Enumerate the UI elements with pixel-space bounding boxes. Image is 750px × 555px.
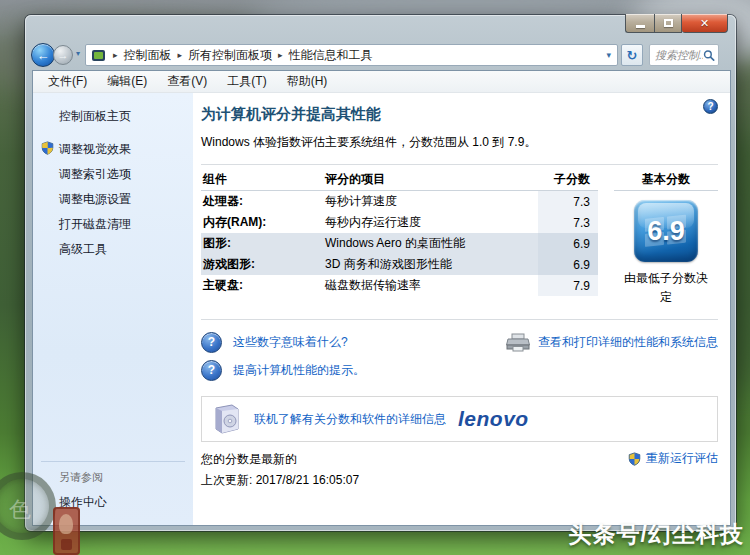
- online-info-panel: 联机了解有关分数和软件的详细信息 lenovo: [201, 396, 718, 442]
- main-content: ? 为计算机评分并提高其性能 Windows 体验指数评估主要系统组件，分数范围…: [193, 93, 730, 525]
- rated-item: 磁盘数据传输速率: [325, 275, 538, 296]
- menu-view[interactable]: 查看(V): [157, 70, 217, 93]
- sidebar-item-adjust-power-settings[interactable]: 调整电源设置: [33, 187, 193, 212]
- breadcrumb-separator-icon: ▸: [107, 50, 124, 60]
- see-also-header: 另请参阅: [59, 470, 185, 485]
- sidebar-item-open-disk-cleanup[interactable]: 打开磁盘清理: [33, 212, 193, 237]
- forward-icon: →: [58, 49, 69, 61]
- breadcrumb-separator-icon: ▸: [272, 50, 289, 60]
- subscore-value: 6.9: [538, 254, 598, 275]
- sidebar-item-label: 调整视觉效果: [59, 142, 131, 156]
- maximize-button[interactable]: [654, 14, 682, 33]
- sidebar: 控制面板主页 调整视觉效果 调整索引选项 调整电源设置 打开磁盘清理: [33, 93, 193, 525]
- minimize-icon: [636, 25, 645, 28]
- see-also-section: 另请参阅 操作中心: [41, 461, 185, 511]
- menu-help[interactable]: 帮助(H): [277, 70, 338, 93]
- sidebar-item-advanced-tools[interactable]: 高级工具: [33, 237, 193, 262]
- control-panel-window: ✕ ← → ▾ ▸ 控制面板 ▸ 所有控制面板项 ▸ 性能信息和工具 ▾ ↻: [25, 15, 736, 531]
- component-name: 处理器:: [201, 191, 325, 212]
- col-header-subscore: 子分数: [538, 168, 598, 190]
- breadcrumb[interactable]: ▸ 控制面板 ▸ 所有控制面板项 ▸ 性能信息和工具 ▾: [85, 44, 618, 66]
- search-input[interactable]: [655, 49, 703, 61]
- help-links-section: ? 这些数字意味着什么? 查看和打印详细的性能和系统信息: [201, 328, 718, 384]
- rated-item: Windows Aero 的桌面性能: [325, 233, 538, 254]
- component-name: 图形:: [201, 233, 325, 254]
- lenovo-logo: lenovo: [458, 407, 529, 431]
- minimize-button[interactable]: [625, 14, 654, 33]
- red-seal-watermark: [53, 507, 80, 555]
- breadcrumb-item-control-panel[interactable]: 控制面板: [124, 47, 172, 64]
- breadcrumb-separator-icon: ▸: [172, 50, 189, 60]
- help-button[interactable]: ?: [703, 99, 718, 114]
- search-box[interactable]: [649, 44, 719, 66]
- score-table: 组件 评分的项目 子分数 处理器: 每秒计算速度 7.3 内存(RAM):: [201, 168, 718, 306]
- navigation-bar: ← → ▾ ▸ 控制面板 ▸ 所有控制面板项 ▸ 性能信息和工具 ▾ ↻: [25, 40, 736, 70]
- col-header-rated-item: 评分的项目: [325, 168, 538, 190]
- component-name: 主硬盘:: [201, 275, 325, 296]
- menu-bar: 文件(F) 编辑(E) 查看(V) 工具(T) 帮助(H): [33, 71, 730, 93]
- subscore-value: 6.9: [538, 233, 598, 254]
- back-icon: ←: [37, 48, 50, 63]
- col-header-base-score: 基本分数: [614, 168, 718, 191]
- question-icon: ?: [201, 360, 222, 381]
- sidebar-item-control-panel-home[interactable]: 控制面板主页: [33, 105, 193, 128]
- component-name: 内存(RAM):: [201, 212, 325, 233]
- sidebar-item-adjust-visual-effects[interactable]: 调整视觉效果: [33, 137, 193, 162]
- question-icon: ?: [201, 332, 222, 353]
- back-button[interactable]: ←: [31, 43, 55, 67]
- sidebar-item-adjust-indexing-options[interactable]: 调整索引选项: [33, 162, 193, 187]
- base-score-caption: 由最低子分数决定: [622, 269, 710, 306]
- close-button[interactable]: ✕: [682, 14, 728, 33]
- address-dropdown-icon[interactable]: ▾: [606, 50, 613, 60]
- printer-icon: [506, 333, 530, 352]
- menu-file[interactable]: 文件(F): [38, 70, 97, 93]
- control-panel-icon: [92, 50, 105, 61]
- chevron-down-icon: ▾: [76, 49, 80, 58]
- rerun-assessment-link[interactable]: 重新运行评估: [628, 450, 718, 467]
- subscore-value: 7.3: [538, 191, 598, 212]
- divider: [201, 319, 718, 320]
- col-header-component: 组件: [201, 168, 325, 190]
- base-score-tile: 6.9: [634, 200, 698, 262]
- maximize-icon: [664, 19, 673, 27]
- view-print-details-link[interactable]: 查看和打印详细的性能和系统信息: [538, 334, 718, 351]
- breadcrumb-item-performance[interactable]: 性能信息和工具: [289, 47, 373, 64]
- component-name: 游戏图形:: [201, 254, 325, 275]
- close-icon: ✕: [700, 17, 709, 30]
- desktop-background: ✕ ← → ▾ ▸ 控制面板 ▸ 所有控制面板项 ▸ 性能信息和工具 ▾ ↻: [0, 0, 750, 555]
- improve-performance-tips-link[interactable]: 提高计算机性能的提示。: [233, 362, 365, 379]
- window-titlebar[interactable]: ✕: [25, 15, 736, 40]
- recent-pages-dropdown[interactable]: ▾: [76, 49, 80, 58]
- window-content: 文件(F) 编辑(E) 查看(V) 工具(T) 帮助(H) 控制面板主页: [32, 70, 731, 526]
- divider: [201, 164, 718, 165]
- rated-item: 每秒计算速度: [325, 191, 538, 212]
- refresh-button[interactable]: ↻: [621, 44, 643, 66]
- question-glyph: ?: [208, 363, 215, 377]
- table-row-graphics: 图形: Windows Aero 的桌面性能 6.9: [201, 233, 598, 254]
- subscore-value: 7.9: [538, 275, 598, 296]
- table-row-primary-disk: 主硬盘: 磁盘数据传输速率 7.9: [201, 275, 598, 296]
- caption-buttons: ✕: [625, 14, 728, 33]
- breadcrumb-item-all-items[interactable]: 所有控制面板项: [188, 47, 272, 64]
- online-score-info-link[interactable]: 联机了解有关分数和软件的详细信息: [254, 411, 446, 428]
- what-numbers-mean-link[interactable]: 这些数字意味着什么?: [233, 334, 348, 351]
- channel-watermark: 头条号/幻尘科技: [569, 519, 744, 550]
- forward-button[interactable]: →: [53, 45, 73, 65]
- search-icon: [703, 49, 715, 62]
- table-row-memory: 内存(RAM): 每秒内存运行速度 7.3: [201, 212, 598, 233]
- page-title: 为计算机评分并提高其性能: [201, 105, 718, 124]
- stamp-glyph: 色: [9, 495, 31, 525]
- table-row-processor: 处理器: 每秒计算速度 7.3: [201, 191, 598, 212]
- last-updated-text: 上次更新: 2017/8/21 16:05:07: [201, 472, 718, 489]
- uac-shield-icon: [628, 452, 641, 466]
- score-status-footer: 您的分数是最新的 上次更新: 2017/8/21 16:05:07 重新运行评估: [201, 451, 718, 489]
- help-icon: ?: [707, 101, 713, 112]
- menu-edit[interactable]: 编辑(E): [97, 70, 157, 93]
- menu-tools[interactable]: 工具(T): [217, 70, 276, 93]
- table-row-gaming-graphics: 游戏图形: 3D 商务和游戏图形性能 6.9: [201, 254, 598, 275]
- page-subtitle: Windows 体验指数评估主要系统组件，分数范围从 1.0 到 7.9。: [201, 134, 718, 151]
- link-row: ? 这些数字意味着什么? 查看和打印详细的性能和系统信息: [201, 328, 718, 356]
- refresh-icon: ↻: [627, 48, 638, 63]
- subscore-value: 7.3: [538, 212, 598, 233]
- base-score-value: 6.9: [647, 216, 685, 247]
